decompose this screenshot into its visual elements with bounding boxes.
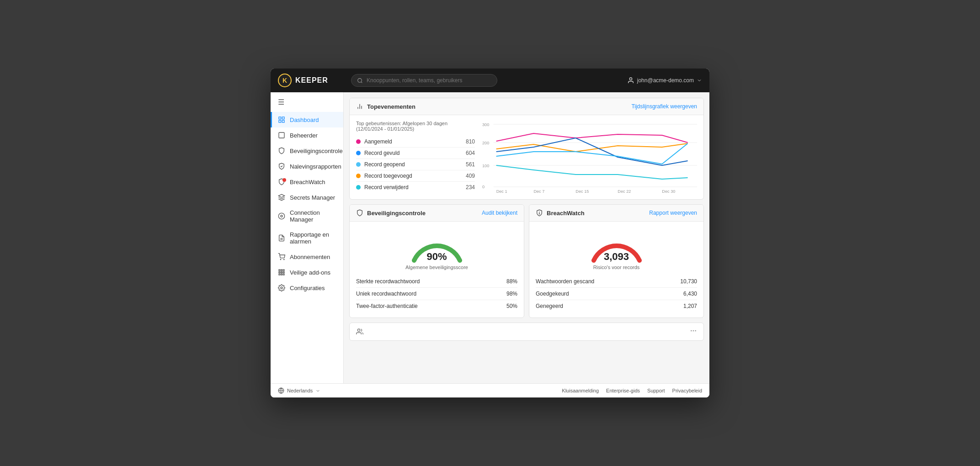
globe-icon [278, 387, 284, 394]
dot-record-verwijderd [356, 185, 361, 190]
dot-record-gevuld [356, 151, 361, 155]
search-icon [357, 78, 363, 84]
footer-link-support[interactable]: Support [647, 388, 665, 393]
sidebar-item-dashboard[interactable]: Dashboard [271, 112, 343, 127]
more-options-icon[interactable] [690, 327, 697, 334]
stat-sterkte: Sterkte recordwachtwoord 88% [356, 275, 517, 288]
sidebar-label-veilige-add-ons: Veilige add-ons [290, 269, 330, 276]
svg-marker-10 [278, 194, 284, 197]
svg-rect-19 [283, 270, 284, 271]
hamburger-button[interactable]: ☰ [271, 92, 343, 112]
line-chart: 300 200 100 0 Dec 1 Dec 7 [482, 121, 697, 194]
svg-line-3 [361, 82, 362, 83]
footer-link-kluisaanmelding[interactable]: Kluisaanmelding [562, 388, 599, 393]
sidebar-item-configuraties[interactable]: Configuraties [271, 280, 343, 296]
user-area[interactable]: john@acme-demo.com [627, 77, 702, 84]
svg-point-4 [629, 78, 632, 80]
svg-rect-23 [279, 274, 280, 275]
sidebar-label-nalevingsrapporten: Nalevingsrapporten [290, 163, 341, 170]
cart-icon [278, 253, 285, 260]
svg-rect-7 [279, 120, 281, 122]
svg-text:Dec 15: Dec 15 [575, 189, 589, 194]
stat-genegeerd: Genegeerd 1,207 [536, 300, 697, 312]
security-control-title: Beveiligingscontrole [356, 209, 426, 217]
security-gauge-container: 90% Algemene beveiligingsscore [356, 231, 517, 270]
sidebar-item-secrets-manager[interactable]: Secrets Manager [271, 190, 343, 205]
sidebar-item-nalevingsrapporten[interactable]: Nalevingsrapporten [271, 159, 343, 174]
bottom-card-stub [349, 323, 704, 341]
event-label-aangemeld: Aangemeld [364, 138, 392, 145]
sidebar-item-abonnementen[interactable]: Abonnementen [271, 249, 343, 265]
events-period: Top gebeurtenissen: Afgelopen 30 dagen (… [356, 121, 475, 132]
security-score-body: 90% Algemene beveiligingsscore Sterkte r… [350, 222, 524, 318]
grid-icon [278, 116, 285, 123]
event-row-record-toegevoegd: Record toegevoegd 409 [356, 170, 475, 182]
breachwatch-title: BreachWatch [536, 209, 585, 217]
event-count-record-verwijderd: 234 [466, 184, 475, 191]
stat-label-goedgekeurd: Goedgekeurd [536, 291, 569, 297]
sidebar-item-breachwatch[interactable]: BreachWatch [271, 174, 343, 190]
language-label: Nederlands [287, 388, 313, 393]
sidebar-label-breachwatch: BreachWatch [290, 179, 325, 185]
security-control-header: Beveiligingscontrole Audit bekijkent [350, 205, 524, 222]
account-icon [627, 77, 634, 84]
event-count-aangemeld: 810 [466, 138, 475, 145]
svg-rect-6 [282, 117, 284, 119]
event-count-record-geopend: 561 [466, 161, 475, 168]
line-chart-svg: 300 200 100 0 Dec 1 Dec 7 [482, 121, 697, 194]
event-row-record-gevuld: Record gevuld 604 [356, 148, 475, 159]
breachwatch-header: BreachWatch Rapport weergeven [529, 205, 703, 222]
stat-value-sterkte: 88% [506, 278, 517, 285]
sidebar-item-beveiligingscontrole[interactable]: Beveiligingscontrole [271, 143, 343, 159]
language-selector[interactable]: Nederlands [278, 387, 320, 394]
breach-score-number: 3,093 [604, 251, 629, 263]
svg-text:300: 300 [482, 122, 489, 127]
sidebar-item-connection-manager[interactable]: Connection Manager [271, 205, 343, 227]
audit-link[interactable]: Audit bekijkent [482, 210, 517, 216]
event-label-record-gevuld: Record gevuld [364, 150, 399, 156]
footer-link-enterprise-gids[interactable]: Enterprise-gids [606, 388, 640, 393]
search-bar[interactable] [351, 74, 497, 87]
sidebar-item-veilige-add-ons[interactable]: Veilige add-ons [271, 265, 343, 280]
svg-text:100: 100 [482, 164, 489, 168]
svg-point-16 [284, 259, 284, 259]
search-input[interactable] [367, 77, 491, 84]
sidebar-item-rapportage[interactable]: Rapportage en alarmen [271, 227, 343, 249]
sidebar-label-beheerder: Beheerder [290, 132, 318, 139]
footer-link-privacybeleid[interactable]: Privacybeleid [672, 388, 702, 393]
svg-text:200: 200 [482, 141, 489, 145]
breachwatch-card: BreachWatch Rapport weergeven [529, 204, 704, 318]
chevron-down-footer-icon [315, 388, 320, 393]
stat-label-genegeerd: Genegeerd [536, 303, 563, 309]
stat-value-uniek: 98% [506, 291, 517, 297]
sidebar: ☰ Dashboard Beheerder [271, 92, 344, 383]
event-row-record-verwijderd: Record verwijderd 234 [356, 182, 475, 193]
event-count-record-gevuld: 604 [466, 150, 475, 156]
svg-text:0: 0 [482, 185, 485, 189]
svg-rect-24 [281, 274, 282, 275]
stat-uniek: Uniek recordwachtwoord 98% [356, 288, 517, 300]
events-list: Top gebeurtenissen: Afgelopen 30 dagen (… [356, 121, 475, 194]
stat-label-uniek: Uniek recordwachtwoord [356, 291, 416, 297]
stat-value-2fa: 50% [506, 303, 517, 309]
stat-label-2fa: Twee-factor-authenticatie [356, 303, 418, 309]
gear-icon [278, 284, 285, 291]
timeline-link[interactable]: Tijdslijnsgrafiek weergeven [631, 103, 697, 110]
middle-cards-row: Beveiligingscontrole Audit bekijkent [349, 204, 704, 318]
stat-label-sterkte: Sterkte recordwachtwoord [356, 278, 420, 285]
stat-label-gescand: Wachtwoorden gescand [536, 278, 594, 285]
security-gauge: 90% [410, 231, 464, 263]
svg-point-46 [691, 330, 692, 331]
sidebar-label-rapportage: Rapportage en alarmen [290, 231, 336, 245]
users-icon [356, 328, 363, 335]
stat-goedgekeurd: Goedgekeurd 6,430 [536, 288, 697, 300]
sidebar-item-beheerder[interactable]: Beheerder [271, 127, 343, 143]
breach-gauge-container: 3,093 Risico's voor records [536, 231, 697, 270]
svg-point-12 [281, 215, 282, 217]
shield-icon [278, 147, 285, 154]
breach-report-link[interactable]: Rapport weergeven [649, 210, 697, 216]
event-row-aangemeld: Aangemeld 810 [356, 136, 475, 148]
breach-gauge: 3,093 [589, 231, 644, 263]
sidebar-label-connection-manager: Connection Manager [290, 209, 336, 223]
svg-point-15 [280, 259, 281, 259]
